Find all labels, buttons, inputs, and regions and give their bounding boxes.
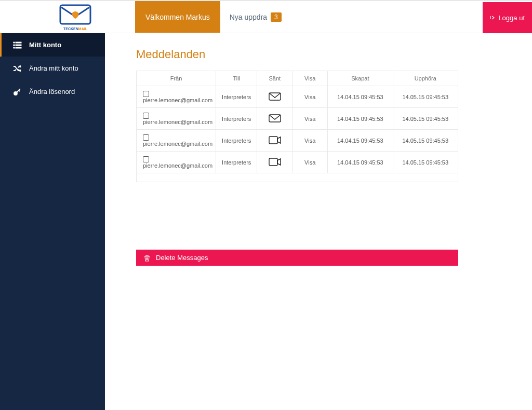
svg-text:TECKENMAIL: TECKENMAIL	[63, 27, 88, 31]
notifications-badge: 3	[271, 12, 282, 22]
col-to: Till	[216, 71, 257, 86]
shuffle-icon	[11, 64, 23, 73]
cell-sent	[257, 108, 292, 130]
cell-created: 14.04.15 09:45:53	[328, 86, 393, 108]
cell-to: Interpreters	[216, 108, 257, 130]
col-expires: Upphöra	[393, 71, 458, 86]
cell-show[interactable]: Visa	[292, 152, 328, 173]
svg-point-6	[14, 47, 15, 48]
cell-expires: 14.05.15 09:45:53	[393, 86, 458, 108]
cell-sent	[257, 130, 292, 152]
cell-show[interactable]: Visa	[292, 130, 328, 152]
sidebar-item-1[interactable]: Ändra mitt konto	[0, 57, 105, 80]
col-from: Från	[137, 71, 216, 86]
sidebar-item-label: Mitt konto	[29, 41, 61, 49]
logout-label: Logga ut	[498, 14, 525, 22]
cell-created: 14.04.15 09:45:53	[328, 130, 393, 152]
svg-rect-11	[269, 136, 277, 144]
cell-show[interactable]: Visa	[292, 108, 328, 130]
cell-from: pierre.lemonec@gmail.com	[137, 152, 216, 173]
delete-messages-button[interactable]: Delete Messages	[136, 250, 458, 266]
header: TECKENMAIL Välkommen Markus Nya uppdra 3…	[0, 0, 532, 33]
table-row: pierre.lemonec@gmail.comInterpretersVisa…	[137, 108, 458, 130]
cell-expires: 14.05.15 09:45:53	[393, 152, 458, 173]
row-checkbox[interactable]	[143, 91, 149, 97]
row-checkbox[interactable]	[143, 156, 149, 162]
logo-icon: TECKENMAIL	[57, 3, 94, 31]
sidebar: Mitt kontoÄndra mitt kontoÄndra lösenord	[0, 33, 105, 410]
svg-rect-12	[269, 158, 277, 166]
svg-point-4	[14, 44, 15, 46]
from-text: pierre.lemonec@gmail.com	[143, 119, 212, 125]
sidebar-item-label: Ändra mitt konto	[29, 64, 78, 72]
svg-rect-5	[16, 45, 21, 46]
cell-expires: 14.05.15 09:45:53	[393, 108, 458, 130]
mail-icon	[269, 117, 281, 124]
main-content: Meddelanden Från Till Sänt Visa Skapat U…	[105, 33, 532, 410]
notifications-label: Nya uppdra	[230, 13, 267, 21]
cell-created: 14.04.15 09:45:53	[328, 108, 393, 130]
video-icon	[269, 139, 281, 145]
col-show: Visa	[292, 71, 328, 86]
table-row: pierre.lemonec@gmail.comInterpretersVisa…	[137, 152, 458, 173]
svg-rect-3	[16, 42, 21, 43]
table-row: pierre.lemonec@gmail.comInterpretersVisa…	[137, 130, 458, 152]
cell-from: pierre.lemonec@gmail.com	[137, 86, 216, 108]
svg-rect-7	[16, 47, 21, 48]
sidebar-item-label: Ändra lösenord	[29, 88, 75, 95]
cell-created: 14.04.15 09:45:53	[328, 152, 393, 173]
cell-sent	[257, 86, 292, 108]
from-text: pierre.lemonec@gmail.com	[143, 97, 212, 103]
logout-icon	[490, 15, 495, 20]
sidebar-item-0[interactable]: Mitt konto	[0, 33, 105, 57]
sidebar-item-2[interactable]: Ändra lösenord	[0, 80, 105, 103]
notifications-tab[interactable]: Nya uppdra 3	[220, 1, 291, 33]
col-sent: Sänt	[257, 71, 292, 86]
cell-show[interactable]: Visa	[292, 86, 328, 108]
messages-table: Från Till Sänt Visa Skapat Upphöra pierr…	[136, 71, 458, 182]
from-text: pierre.lemonec@gmail.com	[143, 162, 212, 169]
from-text: pierre.lemonec@gmail.com	[143, 141, 212, 147]
cell-to: Interpreters	[216, 130, 257, 152]
trash-icon	[143, 254, 151, 262]
svg-point-2	[14, 42, 15, 43]
cell-from: pierre.lemonec@gmail.com	[137, 130, 216, 152]
col-created: Skapat	[328, 71, 393, 86]
logo[interactable]: TECKENMAIL	[0, 1, 135, 33]
delete-label: Delete Messages	[156, 254, 208, 262]
logout-button[interactable]: Logga ut	[483, 2, 532, 33]
mail-icon	[269, 95, 281, 102]
cell-from: pierre.lemonec@gmail.com	[137, 108, 216, 130]
page-title: Meddelanden	[136, 48, 516, 61]
row-checkbox[interactable]	[143, 113, 149, 119]
list-icon	[11, 40, 23, 50]
cell-to: Interpreters	[216, 86, 257, 108]
table-row: pierre.lemonec@gmail.comInterpretersVisa…	[137, 86, 458, 108]
welcome-tab[interactable]: Välkommen Markus	[135, 1, 220, 33]
cell-expires: 14.05.15 09:45:53	[393, 130, 458, 152]
key-icon	[11, 87, 23, 97]
cell-to: Interpreters	[216, 152, 257, 173]
video-icon	[269, 161, 281, 167]
table-header-row: Från Till Sänt Visa Skapat Upphöra	[137, 71, 458, 86]
row-checkbox[interactable]	[143, 134, 149, 141]
cell-sent	[257, 152, 292, 173]
